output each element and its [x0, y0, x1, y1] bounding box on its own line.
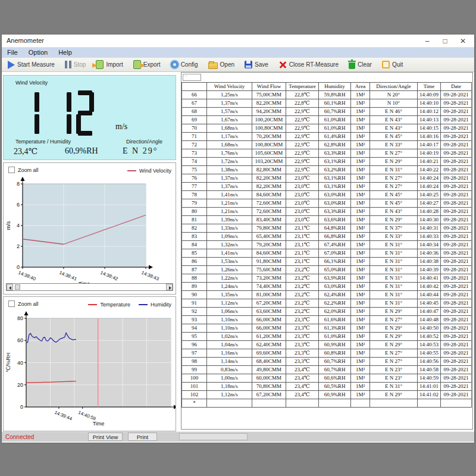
data-cell: E N 45°: [370, 133, 418, 141]
chart-horizontal-scrollbar[interactable]: [6, 283, 173, 291]
data-cell: 70,20CMM: [252, 133, 286, 141]
data-cell: 91,80CMM: [252, 258, 286, 266]
table-row: 801,21m/s72,60CMM23,0℃63,3%RH1M²E N 43°1…: [182, 208, 472, 216]
status-panel: [179, 433, 248, 440]
lcd-direction-label: Direction/Angle: [126, 139, 162, 145]
toolbar-button-import[interactable]: Import: [95, 59, 124, 71]
data-cell: E N 31°: [370, 166, 418, 174]
row-number-cell: 100: [182, 374, 207, 383]
toolbar-button-save[interactable]: Save: [243, 59, 270, 71]
column-header-temperature[interactable]: Temperature: [286, 83, 319, 91]
print-view-button[interactable]: Print View: [88, 433, 123, 441]
scroll-left-button[interactable]: [7, 284, 13, 290]
data-cell: 1M²: [351, 141, 370, 149]
empty-cell: [370, 399, 418, 408]
column-header-area[interactable]: Area: [351, 83, 370, 91]
data-cell: 09-28-2021: [441, 199, 472, 208]
data-cell: 61,3%RH: [319, 324, 351, 333]
row-number-cell: 71: [182, 133, 207, 141]
data-cell: 14:40:33: [418, 233, 441, 241]
toolbar-button-config[interactable]: Config: [170, 59, 199, 71]
column-header-time[interactable]: Time: [418, 83, 441, 91]
toolbar-button-clear[interactable]: Clear: [347, 59, 373, 71]
table-row: 1011,18m/s70,80CMM23,4℃60,5%RH1M²E N 31°…: [182, 383, 472, 391]
data-cell: E N 43°: [370, 124, 418, 133]
data-cell: 23,3℃: [286, 316, 319, 324]
column-header-humidity[interactable]: Humidity: [319, 83, 351, 91]
data-cell: 23,3℃: [286, 324, 319, 333]
data-cell: E N 27°: [370, 174, 418, 183]
toolbar-button-start-measure[interactable]: Start Measure: [7, 59, 56, 71]
minimize-button[interactable]: –: [418, 35, 436, 48]
data-cell: 09-28-2021: [441, 124, 472, 133]
data-cell: 49,80CMM: [252, 366, 286, 374]
data-cell: 23,1℃: [286, 233, 319, 241]
close-button[interactable]: ✕: [454, 35, 472, 48]
table-row: 851,41m/s84,60CMM23,1℃67,0%RH1M²E N 31°1…: [182, 249, 472, 258]
data-cell: 14:40:34: [418, 241, 441, 249]
scrollbar-thumb[interactable]: [15, 284, 20, 290]
data-cell: 60,7%RH: [319, 366, 351, 374]
data-cell: E N 45°: [370, 191, 418, 199]
menu-item-option[interactable]: Option: [23, 48, 53, 58]
data-cell: 64,8%RH: [319, 224, 351, 233]
data-cell: 09-28-2021: [441, 174, 472, 183]
column-header-wind-velocity[interactable]: Wind Velocity: [207, 83, 252, 91]
data-cell: 63,1%RH: [319, 174, 351, 183]
data-cell: 14:40:22: [418, 166, 441, 174]
column-header-date[interactable]: Date: [441, 83, 472, 91]
data-cell: 75,00CMM: [252, 91, 286, 99]
data-cell: 82,20CMM: [252, 183, 286, 191]
data-cell: 1M²: [351, 116, 370, 124]
lcd-temperature-value: 23,4℃: [14, 146, 37, 156]
data-cell: 09-28-2021: [441, 258, 472, 266]
toolbar-button-open[interactable]: Open: [207, 59, 236, 71]
data-cell: 1M²: [351, 199, 370, 208]
menu-item-help[interactable]: Help: [53, 48, 77, 58]
closex-icon: [278, 61, 287, 69]
data-cell: 09-28-2021: [441, 358, 472, 366]
data-cell: 09-28-2021: [441, 108, 472, 116]
quit-icon: [382, 61, 390, 68]
data-cell: 66,1%RH: [319, 258, 351, 266]
scroll-right-button[interactable]: [166, 284, 173, 290]
svg-text:14:39:44: 14:39:44: [54, 410, 73, 422]
svg-text:80: 80: [17, 315, 23, 321]
new-row-marker: *: [182, 399, 207, 408]
toolbar-button-stop[interactable]: Stop: [64, 59, 87, 71]
table-row: 961,04m/s62,40CMM23,3℃60,9%RH1M²E N 29°1…: [182, 341, 472, 349]
data-cell: 09-28-2021: [441, 249, 472, 258]
data-cell: 09-28-2021: [441, 191, 472, 199]
menu-item-file[interactable]: File: [2, 48, 23, 58]
toolbar-button-quit[interactable]: Quit: [381, 59, 404, 71]
data-cell: E N 27°: [370, 183, 418, 191]
data-cell: 1M²: [351, 233, 370, 241]
row-number-cell: 82: [182, 224, 207, 233]
toolbar-button-close-rt-measure[interactable]: Close RT-Measure: [277, 59, 340, 71]
data-cell: 63,9%RH: [319, 274, 351, 283]
data-cell: 79,80CMM: [252, 224, 286, 233]
data-cell: 23,4℃: [286, 391, 319, 399]
data-cell: 1,14m/s: [207, 358, 252, 366]
trash-icon: [349, 62, 355, 69]
data-cell: 14:40:38: [418, 258, 441, 266]
maximize-button[interactable]: □: [436, 35, 454, 48]
table-row: 731,76m/s105,60CMM22,9℃63,3%RH1M²E N 27°…: [182, 149, 472, 158]
table-row: 811,39m/s83,40CMM23,0℃63,6%RH1M²E N 29°1…: [182, 216, 472, 224]
data-cell: 14:40:27: [418, 199, 441, 208]
row-number-cell: 72: [182, 141, 207, 149]
data-cell: 1M²: [351, 316, 370, 324]
data-cell: 1M²: [351, 274, 370, 283]
data-cell: 23,1℃: [286, 249, 319, 258]
table-head: Wind VelocityWind FlowTemperatureHumidit…: [182, 83, 472, 91]
toolbar-button-export[interactable]: Export: [132, 59, 162, 71]
data-cell: 09-28-2021: [441, 274, 472, 283]
column-header-direction-angle[interactable]: Direction/Angle: [370, 83, 418, 91]
data-cell: 14:40:55: [418, 349, 441, 358]
print-button[interactable]: Print: [128, 433, 157, 441]
column-header-wind-flow[interactable]: Wind Flow: [252, 83, 286, 91]
data-cell: 1,32m/s: [207, 241, 252, 249]
data-cell: 1M²: [351, 124, 370, 133]
data-cell: 23,2℃: [286, 291, 319, 299]
row-number-cell: 80: [182, 208, 207, 216]
